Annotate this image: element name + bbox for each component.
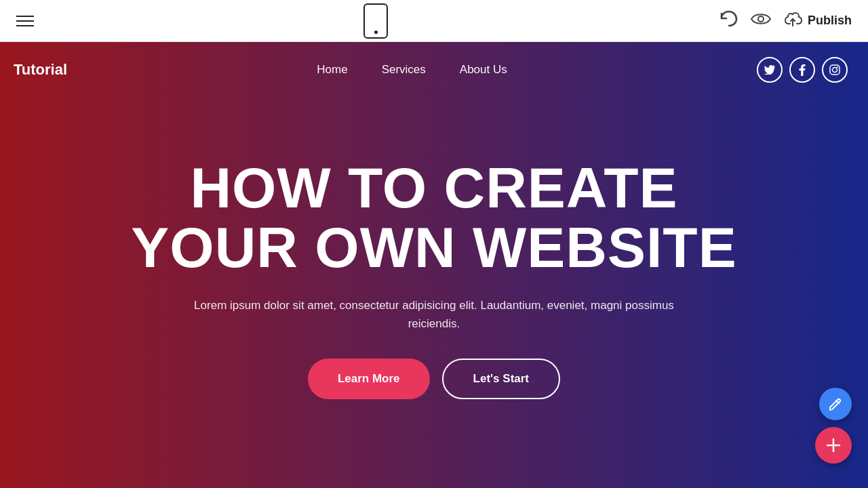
preview-button[interactable]: [751, 12, 771, 30]
site-nav-center: Home Services About Us: [317, 63, 507, 77]
publish-button[interactable]: Publish: [783, 12, 852, 30]
fab-add-button[interactable]: [815, 427, 852, 464]
toolbar-center: [363, 3, 388, 39]
phone-home-dot: [374, 30, 378, 34]
svg-point-3: [837, 66, 838, 68]
instagram-button[interactable]: [822, 57, 848, 83]
site-logo: Tutorial: [14, 61, 67, 79]
hamburger-menu-button[interactable]: [16, 16, 34, 26]
hero-title-line1: HOW TO CREATE: [190, 156, 677, 220]
toolbar: Publish: [0, 0, 868, 42]
undo-button[interactable]: [718, 9, 738, 32]
toolbar-right: Publish: [718, 9, 852, 32]
hero-section: Tutorial Home Services About Us: [0, 42, 868, 488]
facebook-button[interactable]: [789, 57, 815, 83]
site-nav-social: [757, 57, 848, 83]
toolbar-left: [16, 16, 34, 26]
twitter-button[interactable]: [757, 57, 783, 83]
publish-label: Publish: [808, 14, 852, 28]
site-nav: Tutorial Home Services About Us: [0, 42, 868, 98]
hero-title-line2: YOUR OWN WEBSITE: [131, 216, 736, 279]
svg-rect-1: [830, 65, 840, 75]
nav-services[interactable]: Services: [382, 63, 426, 77]
svg-line-4: [836, 401, 839, 403]
hero-title: HOW TO CREATE YOUR OWN WEBSITE: [131, 158, 736, 277]
preview-area: Tutorial Home Services About Us: [0, 42, 868, 488]
hero-buttons: Learn More Let's Start: [131, 359, 736, 399]
svg-point-2: [832, 68, 837, 73]
fab-edit-button[interactable]: [819, 388, 852, 420]
lets-start-button[interactable]: Let's Start: [442, 359, 560, 399]
nav-about[interactable]: About Us: [460, 63, 507, 77]
cloud-upload-icon: [783, 12, 802, 30]
hero-subtitle: Lorem ipsum dolor sit amet, consectetur …: [176, 296, 692, 333]
mobile-preview-button[interactable]: [363, 3, 388, 39]
hero-content: HOW TO CREATE YOUR OWN WEBSITE Lorem ips…: [90, 158, 777, 400]
nav-home[interactable]: Home: [317, 63, 347, 77]
learn-more-button[interactable]: Learn More: [308, 359, 430, 399]
svg-point-0: [758, 16, 764, 22]
